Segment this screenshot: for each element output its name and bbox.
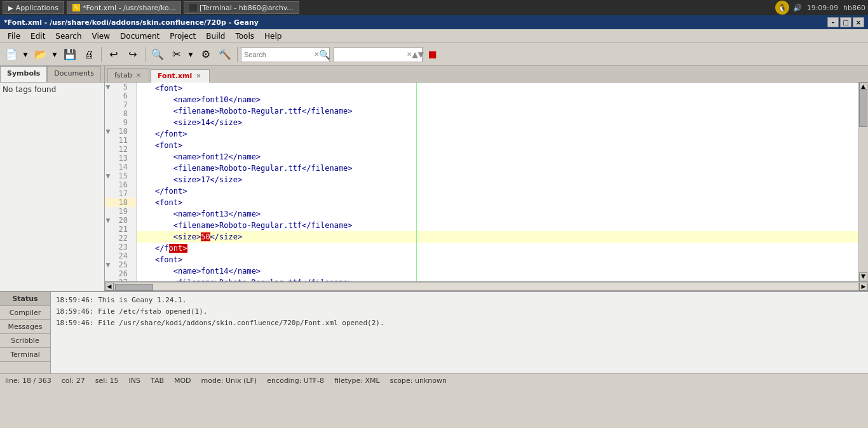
linenum-8: 8 bbox=[111, 109, 130, 118]
open-button[interactable]: 📂 bbox=[32, 46, 50, 64]
menu-help[interactable]: Help bbox=[259, 30, 287, 42]
hscroll-track[interactable] bbox=[114, 283, 859, 291]
fold-10[interactable]: ▼ bbox=[105, 128, 111, 135]
upper-tab-row: Symbols Documents fstab ✕ Font.xml ✕ bbox=[0, 66, 868, 83]
bottom-tab-terminal[interactable]: Terminal bbox=[0, 348, 50, 362]
cut-btn-group: ✂ ▼ bbox=[168, 46, 196, 64]
menu-project[interactable]: Project bbox=[165, 30, 201, 42]
tab-fstab-label: fstab bbox=[114, 71, 132, 79]
search-icon[interactable]: 🔍 bbox=[319, 50, 330, 60]
tab-fstab-close[interactable]: ✕ bbox=[135, 72, 142, 79]
statusbar: line: 18 / 363 col: 27 sel: 15 INS TAB M… bbox=[0, 373, 868, 387]
gutter-line-24: 24 bbox=[105, 251, 136, 260]
editor-row: ▼ 5 6 7 8 9 bbox=[105, 83, 868, 281]
gutter-line-26: 26 bbox=[105, 269, 136, 278]
bottom-tab-messages[interactable]: Messages bbox=[0, 320, 50, 334]
scrollbar-down[interactable]: ▼ bbox=[859, 272, 867, 281]
status-scope: scope: unknown bbox=[390, 377, 447, 385]
linenum-16: 16 bbox=[111, 180, 130, 189]
linenum-5: 5 bbox=[111, 83, 130, 91]
code-area[interactable]: <font> <name>font10</name> <filename>Rob… bbox=[137, 83, 858, 281]
replace-nav-down[interactable]: ▼ bbox=[418, 50, 424, 59]
scrollbar-thumb[interactable] bbox=[859, 89, 867, 127]
hscroll-thumb[interactable] bbox=[115, 284, 153, 291]
linenum-11: 11 bbox=[111, 136, 130, 145]
terminal-tab-icon bbox=[189, 4, 197, 11]
menu-build[interactable]: Build bbox=[201, 30, 230, 42]
replace-input[interactable] bbox=[337, 51, 407, 58]
cut-button[interactable]: ✂ bbox=[168, 46, 186, 64]
fold-25[interactable]: ▼ bbox=[105, 262, 111, 268]
gutter-line-7: 7 bbox=[105, 100, 136, 109]
search-box[interactable]: ✕ 🔍 bbox=[241, 47, 330, 62]
tab-font-xml[interactable]: Font.xml ✕ bbox=[151, 69, 210, 83]
replace-box[interactable]: ✕ ▲ ▼ bbox=[334, 47, 423, 62]
maximize-button[interactable]: □ bbox=[840, 17, 851, 27]
navigate-back[interactable]: 🔍 bbox=[149, 46, 166, 64]
vertical-scrollbar[interactable]: ▲ ▼ bbox=[858, 83, 868, 281]
gutter-line-23: 23 bbox=[105, 243, 136, 251]
code-line-9: </font> bbox=[137, 128, 858, 140]
sidebar-tab-bar: Symbols Documents bbox=[0, 66, 105, 82]
menu-tools[interactable]: Tools bbox=[230, 30, 259, 42]
close-button[interactable]: × bbox=[853, 17, 864, 27]
code-line-19: </font> bbox=[137, 243, 858, 254]
editor-wrapper: ▼ 5 6 7 8 9 bbox=[105, 83, 868, 291]
hscroll-left[interactable]: ◀ bbox=[105, 283, 114, 291]
status-col: col: 27 bbox=[62, 377, 85, 385]
linenum-9: 9 bbox=[111, 118, 130, 127]
code-line-11: <name>font12</name> bbox=[137, 151, 858, 163]
bottom-tab-scribble[interactable]: Scribble bbox=[0, 334, 50, 348]
fold-20[interactable]: ▼ bbox=[105, 217, 111, 224]
print-button[interactable]: 🖨 bbox=[80, 46, 98, 64]
bottom-tab-status[interactable]: Status bbox=[0, 292, 50, 306]
linenum-15: 15 bbox=[111, 171, 130, 180]
status-line: line: 18 / 363 bbox=[5, 377, 51, 385]
fold-15[interactable]: ▼ bbox=[105, 173, 111, 179]
search-clear-icon[interactable]: ✕ bbox=[314, 51, 319, 58]
new-dropdown[interactable]: ▼ bbox=[20, 46, 31, 64]
code-line-20: <font> bbox=[137, 254, 858, 265]
taskbar-tab-font[interactable]: ✎ *Font.xml - /usr/share/ko... bbox=[67, 1, 181, 14]
hscroll-right[interactable]: ▶ bbox=[859, 283, 868, 291]
tab-fstab[interactable]: fstab ✕ bbox=[107, 68, 149, 82]
menu-file[interactable]: File bbox=[3, 30, 25, 42]
tab-font-xml-close[interactable]: ✕ bbox=[194, 72, 202, 79]
sidebar-panel: No tags found bbox=[0, 83, 105, 291]
toolbar: 📄 ▼ 📂 ▼ 💾 🖨 ↩ ↪ 🔍 ✂ ▼ ⚙ 🔨 ✕ 🔍 ✕ ▲ ▼ ⏹ bbox=[0, 43, 868, 66]
taskbar-apps[interactable]: ▶ Applications bbox=[3, 1, 64, 14]
sidebar-tab-symbols[interactable]: Symbols bbox=[0, 66, 47, 82]
search-input[interactable] bbox=[244, 51, 314, 58]
replace-nav-up[interactable]: ▲ bbox=[412, 50, 417, 59]
code-line-13: <size>17</size> bbox=[137, 174, 858, 185]
cut-dropdown[interactable]: ▼ bbox=[186, 46, 196, 64]
linenum-23: 23 bbox=[111, 243, 130, 251]
menu-document[interactable]: Document bbox=[115, 30, 165, 42]
linenum-13: 13 bbox=[111, 154, 130, 163]
linenum-19: 19 bbox=[111, 207, 130, 216]
horizontal-scrollbar[interactable]: ◀ ▶ bbox=[105, 281, 868, 291]
replace-clear-icon[interactable]: ✕ bbox=[407, 51, 412, 58]
file-tab-bar: fstab ✕ Font.xml ✕ bbox=[105, 66, 868, 82]
preferences-button[interactable]: ⚙ bbox=[197, 46, 215, 64]
taskbar-right: 🐧 🔊 19:09:09 hb860 bbox=[775, 1, 865, 15]
menu-search[interactable]: Search bbox=[50, 30, 86, 42]
linenum-14: 14 bbox=[111, 163, 130, 171]
build-button[interactable]: 🔨 bbox=[216, 46, 234, 64]
fold-5[interactable]: ▼ bbox=[105, 84, 111, 90]
gutter-line-18: 18 bbox=[105, 198, 136, 207]
save-button[interactable]: 💾 bbox=[61, 46, 79, 64]
undo-button[interactable]: ↩ bbox=[105, 46, 123, 64]
bottom-tab-col: Status Compiler Messages Scribble Termin… bbox=[0, 292, 51, 373]
menu-edit[interactable]: Edit bbox=[25, 30, 50, 42]
open-dropdown[interactable]: ▼ bbox=[50, 46, 60, 64]
bottom-tab-compiler[interactable]: Compiler bbox=[0, 306, 50, 320]
redo-button[interactable]: ↪ bbox=[124, 46, 142, 64]
code-line-22: <filename>Roboto-Regular.ttf</filename> bbox=[137, 277, 858, 281]
menu-view[interactable]: View bbox=[87, 30, 115, 42]
minimize-button[interactable]: – bbox=[827, 17, 839, 27]
taskbar-tab-terminal[interactable]: [Terminal - hb860@archv... bbox=[184, 1, 299, 14]
sidebar-tab-documents[interactable]: Documents bbox=[47, 66, 101, 82]
stop-button[interactable]: ⏹ bbox=[424, 46, 442, 64]
new-button[interactable]: 📄 bbox=[3, 46, 20, 64]
